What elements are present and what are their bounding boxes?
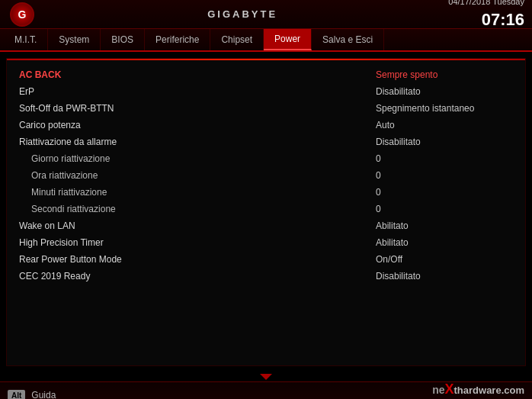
logo-circle: G (10, 2, 34, 27)
settings-panel: AC BACKSempre spentoErPDisabilitatoSoft-… (6, 58, 526, 366)
nav-bar: M.I.T. System BIOS Periferiche Chipset P… (0, 29, 532, 52)
nav-periferiche[interactable]: Periferiche (145, 29, 210, 50)
bottom-right: neXthardware.com your ultimate professio… (418, 381, 524, 399)
settings-row[interactable]: Minuti riattivazione0 (7, 184, 525, 201)
nav-power[interactable]: Power (264, 29, 312, 50)
setting-name: Giorno riattivazione (19, 153, 376, 164)
nav-chipset[interactable]: Chipset (210, 29, 264, 50)
top-bar: G GIGABYTE 04/17/2018 Tuesday 07:16 (0, 0, 532, 29)
settings-row[interactable]: Ora riattivazione0 (7, 167, 525, 184)
settings-row[interactable]: Rear Power Button ModeOn/Off (7, 251, 525, 268)
settings-table: AC BACKSempre spentoErPDisabilitatoSoft-… (7, 66, 525, 285)
setting-value: 0 (376, 204, 513, 214)
settings-row[interactable]: Carico potenzaAuto (7, 117, 525, 134)
datetime-display: 04/17/2018 Tuesday 07:16 (448, 0, 524, 32)
nav-mit[interactable]: M.I.T. (4, 29, 48, 50)
setting-value: Abilitato (376, 220, 513, 231)
date-display: 04/17/2018 Tuesday (448, 0, 524, 8)
setting-name: Ora riattivazione (19, 170, 376, 181)
settings-row[interactable]: Giorno riattivazione0 (7, 150, 525, 167)
bottom-left: Alt Guida (8, 390, 56, 400)
setting-name: Riattivazione da allarme (19, 137, 376, 147)
settings-row[interactable]: CEC 2019 ReadyDisabilitato (7, 268, 525, 285)
settings-row[interactable]: Riattivazione da allarmeDisabilitato (7, 134, 525, 150)
guide-label: Guida (31, 390, 56, 399)
setting-name: ErP (19, 86, 376, 97)
scroll-arrows (0, 372, 532, 381)
main-area: AC BACKSempre spentoErPDisabilitatoSoft-… (0, 52, 532, 372)
settings-row[interactable]: Secondi riattivazione0 (7, 201, 525, 217)
settings-row[interactable]: High Precision TimerAbilitato (7, 234, 525, 251)
nav-system[interactable]: System (48, 29, 101, 50)
setting-name: Minuti riattivazione (19, 187, 376, 198)
setting-value: Disabilitato (376, 137, 513, 147)
setting-value: Sempre spento (376, 69, 513, 80)
setting-name: Secondi riattivazione (19, 204, 376, 214)
setting-name: Rear Power Button Mode (19, 254, 376, 265)
brand-text: neXthardware.com your ultimate professio… (418, 381, 524, 399)
setting-name: High Precision Timer (19, 237, 376, 248)
setting-value: 0 (376, 170, 513, 181)
setting-value: 0 (376, 153, 513, 164)
brand-hardware: thardware.com (454, 385, 524, 396)
bottom-bar: Alt Guida neXthardware.com your ultimate… (0, 381, 532, 399)
time-display: 07:16 (448, 8, 524, 32)
setting-name: CEC 2019 Ready (19, 271, 376, 282)
alt-badge: Alt (8, 390, 25, 400)
brand-title: GIGABYTE (37, 8, 448, 20)
brand-ne: ne (432, 384, 444, 396)
setting-value: Auto (376, 120, 513, 130)
setting-value: On/Off (376, 254, 513, 265)
settings-row[interactable]: ErPDisabilitato (7, 83, 525, 100)
nav-bios[interactable]: BIOS (101, 29, 145, 50)
scroll-down-arrow (260, 374, 272, 380)
setting-value: Spegnimento istantaneo (376, 103, 513, 114)
setting-value: Disabilitato (376, 86, 513, 97)
setting-value: Abilitato (376, 237, 513, 248)
brand-x: X (445, 381, 454, 397)
gigabyte-logo: G (8, 0, 37, 29)
setting-name: AC BACK (19, 69, 376, 80)
settings-row[interactable]: AC BACKSempre spento (7, 66, 525, 83)
setting-name: Soft-Off da PWR-BTTN (19, 103, 376, 114)
nav-salva-esci[interactable]: Salva e Esci (312, 29, 384, 50)
setting-name: Carico potenza (19, 120, 376, 130)
settings-row[interactable]: Soft-Off da PWR-BTTNSpegnimento istantan… (7, 100, 525, 117)
settings-row[interactable]: Wake on LANAbilitato (7, 217, 525, 234)
setting-name: Wake on LAN (19, 220, 376, 231)
setting-value: Disabilitato (376, 271, 513, 282)
setting-value: 0 (376, 187, 513, 198)
